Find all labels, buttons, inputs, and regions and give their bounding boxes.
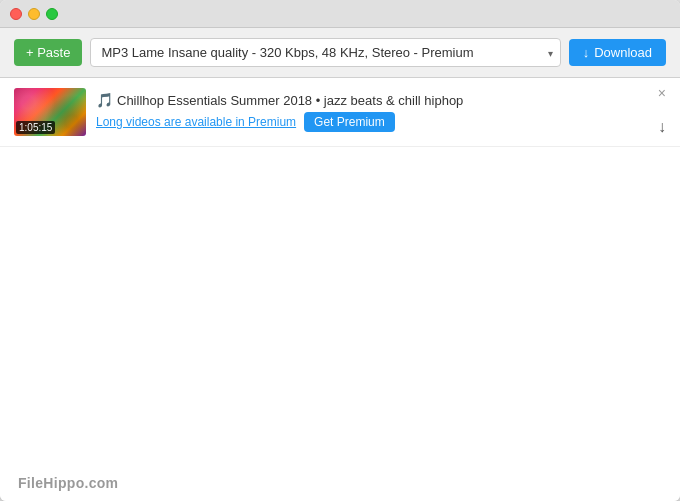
brand-domain: .com (84, 475, 118, 491)
thumbnail-wrapper: 1:05:15 (14, 88, 86, 136)
video-actions-row: Long videos are available in Premium Get… (96, 112, 666, 132)
video-info: 🎵 Chillhop Essentials Summer 2018 • jazz… (96, 92, 666, 132)
footer-brand: FileHippo.com (18, 475, 118, 491)
maximize-button[interactable] (46, 8, 58, 20)
traffic-lights (10, 8, 58, 20)
video-title: Chillhop Essentials Summer 2018 • jazz b… (117, 93, 463, 108)
content-area: 1:05:15 🎵 Chillhop Essentials Summer 201… (0, 78, 680, 501)
get-premium-button[interactable]: Get Premium (304, 112, 395, 132)
download-icon: ↓ (583, 45, 590, 60)
format-selector-wrapper: MP3 Lame Insane quality - 320 Kbps, 48 K… (90, 38, 560, 67)
toolbar: + Paste MP3 Lame Insane quality - 320 Kb… (0, 28, 680, 78)
brand-suffix: Hippo (43, 475, 84, 491)
paste-button[interactable]: + Paste (14, 39, 82, 66)
download-item-button[interactable]: ↓ (658, 118, 666, 136)
close-item-button[interactable]: × (658, 86, 666, 100)
download-button[interactable]: ↓ Download (569, 39, 666, 66)
brand-prefix: File (18, 475, 43, 491)
music-icon: 🎵 (96, 92, 113, 108)
download-label: Download (594, 45, 652, 60)
premium-link[interactable]: Long videos are available in Premium (96, 115, 296, 129)
video-title-row: 🎵 Chillhop Essentials Summer 2018 • jazz… (96, 92, 666, 108)
title-bar (0, 0, 680, 28)
app-window: + Paste MP3 Lame Insane quality - 320 Kb… (0, 0, 680, 501)
minimize-button[interactable] (28, 8, 40, 20)
duration-badge: 1:05:15 (16, 121, 55, 134)
format-select[interactable]: MP3 Lame Insane quality - 320 Kbps, 48 K… (90, 38, 560, 67)
close-button[interactable] (10, 8, 22, 20)
video-item: 1:05:15 🎵 Chillhop Essentials Summer 201… (0, 78, 680, 147)
